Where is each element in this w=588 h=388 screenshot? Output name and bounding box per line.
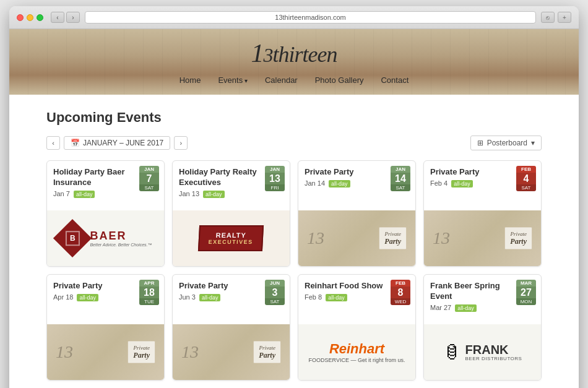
logo-word: thirteen [273,42,337,67]
event-image-3: 13 Private Party [298,210,415,266]
date-badge-8: MAR 27 MON [516,280,536,305]
browser-toolbar: ‹ › 13thirteenmadison.com ⎋ + [9,6,579,29]
event-card-8[interactable]: Frank Beer Spring Event Mar 27 all-day M… [423,274,542,381]
pp-logo-3: 13 [307,228,324,248]
event-card-6[interactable]: Private Party Jun 3 all-day JUN 3 SAT 13 [172,274,290,381]
event-header-2: Holiday Party Realty Executives Jan 13 a… [173,161,290,210]
badge-dow-1: SAT [139,184,159,191]
badge-day-7: 8 [391,287,410,298]
all-day-badge-6: all-day [199,294,221,301]
badge-day-5: 18 [139,287,159,298]
badge-dow-4: SAT [516,184,536,191]
browser-actions: ⎋ + [541,12,571,23]
pp-logo-6: 13 [181,342,199,362]
event-header-4: Private Party Feb 4 all-day FEB 4 SAT [424,161,541,210]
baer-name-text: BAER [90,230,152,243]
frank-sub: BEER DISTRIBUTORS [465,356,522,361]
event-image-2: REALTY EXECUTIVES [173,210,290,266]
date-badge-4: FEB 4 SAT [516,166,536,191]
new-tab-button[interactable]: + [558,12,571,23]
event-image-1: B BAER Better Advice. Better Choices.™ [47,210,164,266]
all-day-badge-2: all-day [203,191,225,198]
close-button[interactable] [17,14,24,21]
badge-month-2: JAN [265,166,285,173]
frank-barrel-icon: 🛢 [443,342,460,363]
nav-events[interactable]: Events [218,75,248,85]
badge-month-6: JUN [265,280,285,287]
forward-button[interactable]: › [66,12,80,23]
minimize-button[interactable] [27,14,33,21]
baer-diamond-inner: B [66,231,80,246]
pp-logo-4: 13 [433,228,450,248]
badge-dow-7: WED [391,298,410,305]
event-card-7[interactable]: Reinhart Food Show Feb 8 all-day FEB 8 W… [298,274,416,381]
pp-line2-4: Party [510,237,527,246]
event-header-6: Private Party Jun 3 all-day JUN 3 SAT [173,275,290,324]
baer-diamond-shape: B [53,219,92,257]
badge-month-5: APR [139,280,159,287]
prev-period-button[interactable]: ‹ [46,136,60,150]
website-content: 13thirteen Home Events Calendar Photo Ga… [9,29,579,388]
logo-number: 1 [251,39,264,67]
event-header-5: Private Party Apr 18 all-day APR 18 TUE [47,275,164,324]
badge-month-7: FEB [391,280,410,287]
badge-day-8: 27 [516,287,536,298]
badge-dow-3: SAT [391,184,410,191]
event-image-5: 13 Private Party [47,324,164,380]
date-range-label: JANUARY – JUNE 2017 [83,139,163,147]
badge-day-2: 13 [265,173,285,184]
badge-month-1: JAN [139,166,159,173]
pp-label-5: Private Party [128,341,155,364]
event-image-4: 13 Private Party [424,210,541,266]
nav-home[interactable]: Home [179,75,201,85]
event-card-5[interactable]: Private Party Apr 18 all-day APR 18 TUE … [46,274,165,381]
event-card-4[interactable]: Private Party Feb 4 all-day FEB 4 SAT 13 [423,160,542,267]
reinhart-name: Reinhart [329,341,384,357]
date-badge-6: JUN 3 SAT [265,280,285,305]
events-grid: Holiday Party Baer Insurance Jan 7 all-d… [46,160,542,381]
nav-photo-gallery[interactable]: Photo Gallery [315,75,364,85]
all-day-badge-7: all-day [326,294,347,301]
event-image-8: 🛢 FRANK BEER DISTRIBUTORS [424,324,541,380]
baer-text: BAER Better Advice. Better Choices.™ [90,230,152,247]
all-day-badge-4: all-day [451,180,473,188]
site-header: 13thirteen Home Events Calendar Photo Ga… [9,29,579,95]
pp-line2-5: Party [133,351,150,360]
cal-nav-left: ‹ 📅 JANUARY – JUNE 2017 › [46,136,188,150]
badge-dow-8: MON [516,298,536,305]
browser-nav-buttons: ‹ › [51,12,80,23]
event-card-3[interactable]: Private Party Jan 14 all-day JAN 14 SAT … [298,160,416,267]
pp-line1-5: Private [133,345,150,351]
badge-day-3: 14 [391,173,410,184]
nav-calendar[interactable]: Calendar [265,75,298,85]
date-range: 📅 JANUARY – JUNE 2017 [64,136,170,150]
event-image-6: 13 Private Party [173,324,290,380]
main-content: Upcoming Events ‹ 📅 JANUARY – JUNE 2017 … [9,95,579,388]
maximize-button[interactable] [37,14,43,21]
baer-logo: B BAER Better Advice. Better Choices.™ [59,225,152,252]
event-header-3: Private Party Jan 14 all-day JAN 14 SAT [298,161,415,210]
event-image-7: Reinhart FOODSERVICE — Get it right from… [298,324,415,380]
date-badge-1: JAN 7 SAT [139,166,159,191]
badge-month-4: FEB [516,166,536,173]
pp-label-3: Private Party [379,227,407,250]
event-header-7: Reinhart Food Show Feb 8 all-day FEB 8 W… [298,275,415,324]
nav-contact[interactable]: Contact [381,75,409,85]
site-logo: 13thirteen [22,38,566,68]
view-switcher[interactable]: ⊞ Posterboard ▾ [470,136,542,150]
badge-month-3: JAN [391,166,410,173]
event-card-1[interactable]: Holiday Party Baer Insurance Jan 7 all-d… [46,160,165,267]
back-button[interactable]: ‹ [51,12,64,23]
dropdown-arrow: ▾ [531,139,535,147]
pp-line1-4: Private [510,231,527,237]
next-period-button[interactable]: › [174,136,188,150]
pp-label-4: Private Party [504,227,532,250]
pp-logo-5: 13 [56,342,73,362]
address-bar[interactable]: 13thirteenmadison.com [85,11,536,24]
badge-month-8: MAR [516,280,536,287]
badge-dow-6: SAT [265,298,285,305]
event-card-2[interactable]: Holiday Party Realty Executives Jan 13 a… [172,160,290,267]
page-title: Upcoming Events [46,110,542,126]
calendar-icon: 📅 [71,139,80,147]
share-button[interactable]: ⎋ [541,12,555,23]
